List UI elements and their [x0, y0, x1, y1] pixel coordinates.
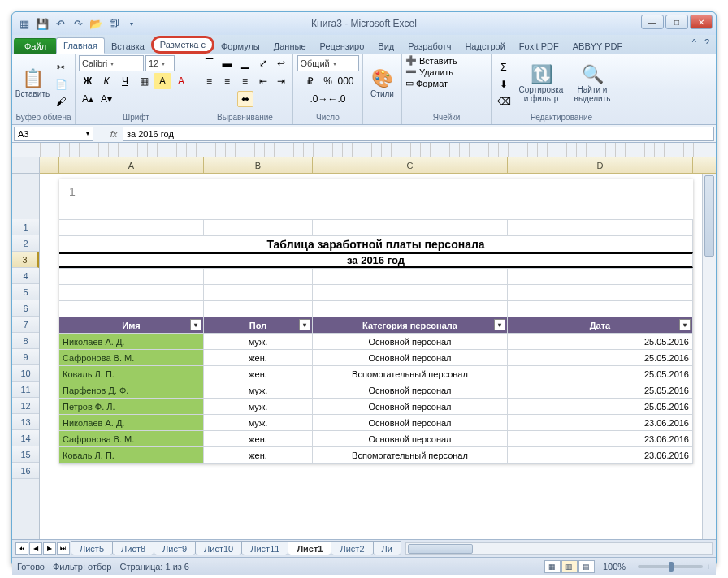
- cell[interactable]: [313, 285, 508, 300]
- cell[interactable]: [508, 285, 693, 300]
- fx-icon[interactable]: fx: [105, 129, 123, 139]
- vertical-scrollbar[interactable]: [702, 174, 716, 539]
- row-header[interactable]: 3: [12, 252, 39, 268]
- tab-nav-first[interactable]: ⏮: [15, 542, 28, 555]
- cell[interactable]: [313, 301, 508, 317]
- row-header[interactable]: 2: [12, 235, 39, 252]
- sheet-tab[interactable]: Лист8: [112, 541, 154, 555]
- column-header-D[interactable]: D: [508, 157, 693, 173]
- horizontal-scrollbar[interactable]: [405, 542, 713, 555]
- row-header[interactable]: 9: [12, 349, 39, 365]
- percent-button[interactable]: %: [319, 73, 337, 89]
- minimize-button[interactable]: —: [641, 15, 664, 29]
- table-cell[interactable]: Петров Ф. Л.: [59, 399, 204, 414]
- merge-center-button[interactable]: ⬌: [237, 91, 254, 107]
- wrap-text-button[interactable]: ↩: [272, 55, 290, 71]
- table-cell[interactable]: жен.: [204, 350, 313, 365]
- cells-format-button[interactable]: ▭Формат: [405, 78, 448, 88]
- cell[interactable]: [204, 269, 313, 284]
- font-size-combo[interactable]: 12▾: [145, 55, 175, 71]
- table-cell[interactable]: 23.06.2016: [508, 447, 693, 463]
- align-top-button[interactable]: ▔: [201, 55, 219, 71]
- font-color-button[interactable]: A: [172, 73, 190, 89]
- cells-delete-button[interactable]: ➖Удалить: [405, 67, 453, 77]
- table-cell[interactable]: 23.06.2016: [508, 415, 693, 430]
- table-cell[interactable]: муж.: [204, 334, 313, 349]
- table-cell[interactable]: Основной персонал: [313, 399, 508, 414]
- zoom-out-button[interactable]: −: [629, 562, 634, 572]
- cell[interactable]: [204, 301, 313, 317]
- increase-decimal-button[interactable]: .0→: [310, 91, 328, 107]
- grow-font-button[interactable]: A▴: [79, 91, 97, 107]
- decrease-indent-button[interactable]: ⇤: [254, 73, 272, 89]
- save-icon[interactable]: 💾: [35, 16, 50, 31]
- align-middle-button[interactable]: ▬: [219, 55, 236, 71]
- row-header[interactable]: 16: [12, 463, 39, 479]
- italic-button[interactable]: К: [98, 73, 115, 89]
- table-cell[interactable]: Основной персонал: [313, 431, 508, 446]
- fill-button[interactable]: ⬇: [495, 76, 513, 93]
- number-format-combo[interactable]: Общий▾: [297, 55, 359, 71]
- cell[interactable]: [59, 220, 204, 235]
- tab-nav-last[interactable]: ⏭: [57, 542, 70, 555]
- table-cell[interactable]: 25.05.2016: [508, 350, 693, 365]
- tab-nav-prev[interactable]: ◀: [29, 542, 42, 555]
- underline-button[interactable]: Ч: [116, 73, 134, 89]
- table-cell[interactable]: 25.05.2016: [508, 399, 693, 414]
- decrease-decimal-button[interactable]: ←.0: [328, 91, 346, 107]
- table-cell[interactable]: 23.06.2016: [508, 431, 693, 446]
- table-header[interactable]: Дата▾: [508, 317, 693, 333]
- tab-abbyy[interactable]: ABBYY PDF: [566, 38, 630, 54]
- tab-insert[interactable]: Вставка: [104, 38, 152, 54]
- cells-insert-button[interactable]: ➕Вставить: [405, 55, 457, 66]
- tab-review[interactable]: Рецензиро: [313, 38, 372, 54]
- maximize-button[interactable]: □: [665, 15, 688, 29]
- table-cell[interactable]: Вспомогательный персонал: [313, 366, 508, 382]
- zoom-control[interactable]: 100% − +: [603, 562, 711, 572]
- cell[interactable]: [59, 301, 204, 317]
- cell[interactable]: [204, 220, 313, 235]
- cell[interactable]: [59, 269, 204, 284]
- clear-button[interactable]: ⌫: [495, 93, 513, 110]
- sheet-tab[interactable]: Лист1: [288, 541, 332, 555]
- filter-dropdown-icon[interactable]: ▾: [679, 319, 691, 330]
- table-cell[interactable]: Николаев А. Д.: [59, 415, 204, 430]
- cell[interactable]: [508, 269, 693, 284]
- tab-developer[interactable]: Разработч: [401, 38, 458, 54]
- table-cell[interactable]: Сафронова В. М.: [59, 431, 204, 446]
- table-cell[interactable]: муж.: [204, 382, 313, 398]
- fill-color-button[interactable]: A: [154, 73, 171, 89]
- select-all-corner[interactable]: [12, 157, 39, 174]
- copy-button[interactable]: 📄: [52, 76, 70, 93]
- currency-button[interactable]: ₽: [301, 73, 319, 89]
- ribbon-minimize-icon[interactable]: ^: [692, 37, 696, 47]
- row-header[interactable]: 14: [12, 430, 39, 446]
- table-cell[interactable]: Основной персонал: [313, 350, 508, 365]
- align-right-button[interactable]: ≡: [236, 73, 254, 89]
- table-cell[interactable]: Сафронова В. М.: [59, 350, 204, 365]
- table-cell[interactable]: муж.: [204, 399, 313, 414]
- table-cell[interactable]: Коваль Л. П.: [59, 447, 204, 463]
- filter-dropdown-icon[interactable]: ▾: [190, 319, 202, 330]
- find-select-button[interactable]: 🔍 Найти и выделить: [570, 58, 615, 111]
- table-cell[interactable]: 25.05.2016: [508, 366, 693, 382]
- tab-file[interactable]: Файл: [14, 38, 57, 54]
- row-header[interactable]: 11: [12, 382, 39, 398]
- help-icon[interactable]: ?: [704, 37, 709, 47]
- align-bottom-button[interactable]: ▁: [236, 55, 254, 71]
- filter-dropdown-icon[interactable]: ▾: [299, 319, 310, 330]
- table-subtitle[interactable]: за 2016 год: [59, 252, 693, 268]
- table-cell[interactable]: Основной персонал: [313, 415, 508, 430]
- sheet-tab[interactable]: Лист10: [195, 541, 242, 555]
- autosum-button[interactable]: Σ: [495, 59, 513, 75]
- row-header[interactable]: 8: [12, 333, 39, 349]
- tab-nav-next[interactable]: ▶: [43, 542, 56, 555]
- close-button[interactable]: ✕: [690, 15, 713, 29]
- table-header[interactable]: Имя▾: [59, 317, 204, 333]
- row-header[interactable]: 15: [12, 446, 39, 463]
- open-icon[interactable]: 📂: [89, 16, 103, 31]
- table-cell[interactable]: жен.: [204, 431, 313, 446]
- font-face-combo[interactable]: Calibri▾: [79, 55, 144, 71]
- tab-page-layout[interactable]: Разметка с: [151, 36, 214, 54]
- sheet-tab[interactable]: Лист9: [154, 541, 196, 555]
